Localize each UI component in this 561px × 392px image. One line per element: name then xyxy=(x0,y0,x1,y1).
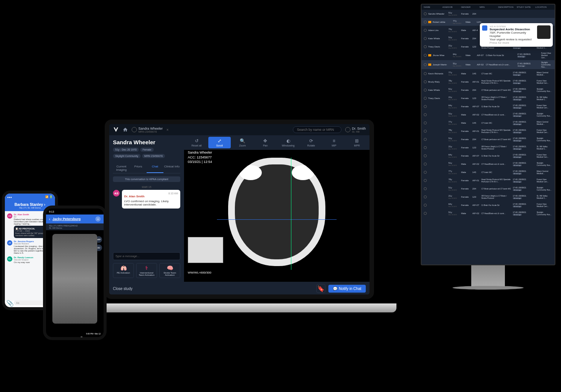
slice-slider[interactable] xyxy=(49,338,101,339)
bookmark-button[interactable]: 🔖 xyxy=(316,284,325,293)
message-text: LVO confirmed on imaging. Likely interve… xyxy=(124,200,178,206)
notif-thumbnail xyxy=(537,25,551,39)
facility-pill: Skylight Community xyxy=(113,154,141,158)
worklist-row[interactable]: 64yDec 20 1971FemaleAIF-07Ct Brain For A… xyxy=(421,102,555,111)
worklist-row[interactable]: 77yDec 20 1971Male145CT brain WC17:40 | … xyxy=(421,119,555,127)
phone-viewer: 9:13 ‹ Jacky Petersburg × 42y | F | MRN … xyxy=(43,206,107,340)
notif-hint: Press for more xyxy=(490,41,535,44)
tab-current-imaging[interactable]: Current Imaging xyxy=(113,163,130,173)
chevron-right-icon: › xyxy=(44,203,45,207)
close-icon[interactable]: × xyxy=(95,216,101,222)
tab-chat[interactable]: Chat xyxy=(147,163,163,173)
worklist-monitor: NAMEAGE/DOBGENDERMRNDESCRIPTIONSTUDY DAT… xyxy=(421,4,555,265)
home-icon[interactable] xyxy=(123,127,128,132)
doctor-name: Dr. Smith xyxy=(352,127,366,130)
age-pill: 51y - Dec 20 1970 xyxy=(113,148,139,152)
notif-body: Your urgent review is requested xyxy=(490,38,535,41)
patient-context[interactable]: Sandra Wheeler MRN 23456678 xyxy=(132,127,163,133)
tool-mip[interactable]: ≡MIP xyxy=(323,137,345,148)
worklist-row[interactable]: Tracy Davis21yDec 20 1971Female123XR Fem… xyxy=(421,94,555,102)
worklist-row[interactable]: 51yDec 20 1971MaleAIF-02CT Head/Brain-w/… xyxy=(421,209,555,217)
lungs-icon: 🫁 xyxy=(114,265,133,271)
worklist-row[interactable]: 78yDec 20 1971FemaleAIF-01Head Stroke Pr… xyxy=(421,176,555,185)
crosshair-horizontal[interactable] xyxy=(217,219,337,220)
status-bar: ●●●📶 🔋 xyxy=(5,194,55,200)
notification-toast[interactable]: VIZ.AI SYSTEM Suspected Aortic Dissectio… xyxy=(480,23,553,47)
laptop-base xyxy=(82,303,396,312)
hipaa-notice: This conversation is HIPAA compliant xyxy=(113,176,180,182)
viewer-header: ‹ Jacky Petersburg × xyxy=(46,214,104,223)
pe-activation-button[interactable]: 🫁 PE Activation xyxy=(113,263,134,278)
worklist-row[interactable]: Joseph Martin51yDec 20 1971MaleAIF-02CT … xyxy=(421,60,555,70)
reference-localizer[interactable] xyxy=(188,237,223,263)
mrn-pill: MRN 23456678 xyxy=(142,154,165,158)
worklist-row[interactable]: 21yDec 20 1971Female123XR Femur (thigh) … xyxy=(421,193,555,201)
tool-reset[interactable]: ↺Reset all xyxy=(186,137,208,148)
worklist-row[interactable]: 51yDec 20 1971Female234CT Brain perfusio… xyxy=(421,135,555,143)
ct-brain-image[interactable] xyxy=(217,158,337,270)
viewer-footer: Close study 🔖 💬Notify in Chat xyxy=(109,282,370,295)
current-user[interactable]: Dr. Smith St. Hill xyxy=(345,127,366,133)
worklist-row[interactable]: 51yDec 20 1971Female234CT Brain perfusio… xyxy=(421,185,555,193)
aorta-ct-image[interactable] xyxy=(52,234,97,324)
study-datetime: 5:00 PM • Mar 12 xyxy=(86,333,101,335)
tool-zoom[interactable]: 🔍Zoom xyxy=(232,137,254,148)
back-icon[interactable]: ‹ xyxy=(49,217,50,221)
chat-patient-name: Barbara Stanley xyxy=(15,203,43,207)
tool-rotate[interactable]: ⟳Rotate xyxy=(300,137,322,148)
notif-subtitle: 78/F, Porterville Community Hospital xyxy=(490,31,535,38)
worklist-row[interactable]: 78yDec 20 1971FemaleAIF-01Head Stroke Pr… xyxy=(421,127,555,135)
worklist-row[interactable]: 21yDec 20 1971Female123XR Femur (thigh) … xyxy=(421,143,555,152)
stroke-activation-button[interactable]: 🧠 Stroke Team Activation xyxy=(159,263,180,278)
notif-title: Suspected Aortic Dissection xyxy=(490,28,535,31)
worklist-row[interactable]: 51yDec 20 1971MaleAIF-02CT Head/Brain-w/… xyxy=(421,111,555,119)
worklist-row[interactable]: Brody Riely78yDec 20 1971FemaleAIF-01Hea… xyxy=(421,78,555,86)
patient-name: Sandra Wheeler xyxy=(138,127,163,130)
attachment-icon[interactable]: 📎 xyxy=(6,300,12,306)
viz-logo-icon xyxy=(482,25,487,31)
image-viewer[interactable]: ↺Reset all ⤢Scroll 🔍Zoom ✥Pan ◐Windowing… xyxy=(184,135,370,282)
worklist-row[interactable]: 64yDec 20 1971FemaleAIF-07Ct Brain For A… xyxy=(421,201,555,209)
message-input[interactable]: Type a message... xyxy=(113,252,180,260)
worklist-row[interactable]: Jhone Wise64yDec 20 1971MaleAIF-07Ct Bra… xyxy=(421,51,555,60)
search-input[interactable] xyxy=(293,126,341,133)
worklist-row[interactable]: Kate Whale51yDec 20 1971Female234CT Brai… xyxy=(421,86,555,94)
chat-message: AS Dr. Alan Smith 8:10 AM LVO confirmed … xyxy=(113,190,180,209)
brain-icon: 🧠 xyxy=(160,265,179,271)
date-separator: MAR 15 xyxy=(113,186,180,188)
message-avatar: AS xyxy=(113,190,120,197)
top-bar: Sandra Wheeler MRN 23456678 × Dr. Smith … xyxy=(109,124,370,135)
worklist-row[interactable]: 77yDec 20 1971Male145CT brain WC17:40 | … xyxy=(421,168,555,176)
message-time: 8:10 AM xyxy=(168,192,178,195)
worklist-row[interactable]: 64yDec 20 1971FemaleAIF-07Ct Brain For A… xyxy=(421,152,555,160)
viewer-toolbar: ↺Reset all ⤢Scroll 🔍Zoom ✥Pan ◐Windowing… xyxy=(184,135,370,150)
gender-pill: Female xyxy=(140,148,153,152)
close-study-button[interactable]: Close study xyxy=(113,287,132,291)
worklist-header: NAMEAGE/DOBGENDERMRNDESCRIPTIONSTUDY DAT… xyxy=(421,4,555,10)
activation-buttons: 🫁 PE Activation ⚕ Interventional Team Ac… xyxy=(113,263,180,278)
notify-chat-button[interactable]: 💬Notify in Chat xyxy=(328,285,366,293)
worklist-row[interactable]: 51yDec 20 1971MaleAIF-02CT Head/Brain-w/… xyxy=(421,160,555,168)
team-icon: ⚕ xyxy=(137,265,156,271)
viewer-patient-meta: 42y | F | MRN F8EKQ24KH2 St. Hill Demo xyxy=(46,223,104,230)
monitor-stand xyxy=(471,265,505,288)
tool-scroll[interactable]: ⤢Scroll xyxy=(208,137,230,148)
close-context-icon[interactable]: × xyxy=(166,128,169,132)
tab-priors[interactable]: Priors xyxy=(130,163,147,173)
tool-mpr[interactable]: ⊞MPR xyxy=(346,137,368,148)
message-sender: Dr. Alan Smith xyxy=(124,195,144,198)
left-panel: Sandra Wheeler 51y - Dec 20 1970 Female … xyxy=(109,135,184,282)
worklist-row[interactable]: Sandra Wheeler51yDec 20 1970Female234 xyxy=(421,10,555,18)
tool-windowing[interactable]: ◐Windowing xyxy=(277,137,299,148)
viewer-patient-name[interactable]: Jacky Petersburg xyxy=(52,217,80,221)
viewer-overlay-info: Sandra Wheeler ACC: 12345677 03/15/21 | … xyxy=(188,150,212,164)
chat-icon: 💬 xyxy=(333,287,337,291)
tab-clinical-info[interactable]: Clinical Info xyxy=(163,163,180,173)
interventional-activation-button[interactable]: ⚕ Interventional Team Activation xyxy=(136,263,157,278)
worklist-row[interactable]: Kevin Richards77yDec 20 1971Male145CT br… xyxy=(421,70,555,78)
mobile-image-viewer[interactable]: MIP 3D xyxy=(46,234,104,331)
avatar-icon xyxy=(345,127,350,132)
window-level-readout: WW/WL=600/300 xyxy=(188,271,211,274)
tool-pan[interactable]: ✥Pan xyxy=(254,137,276,148)
crosshair-vertical[interactable] xyxy=(291,158,291,270)
